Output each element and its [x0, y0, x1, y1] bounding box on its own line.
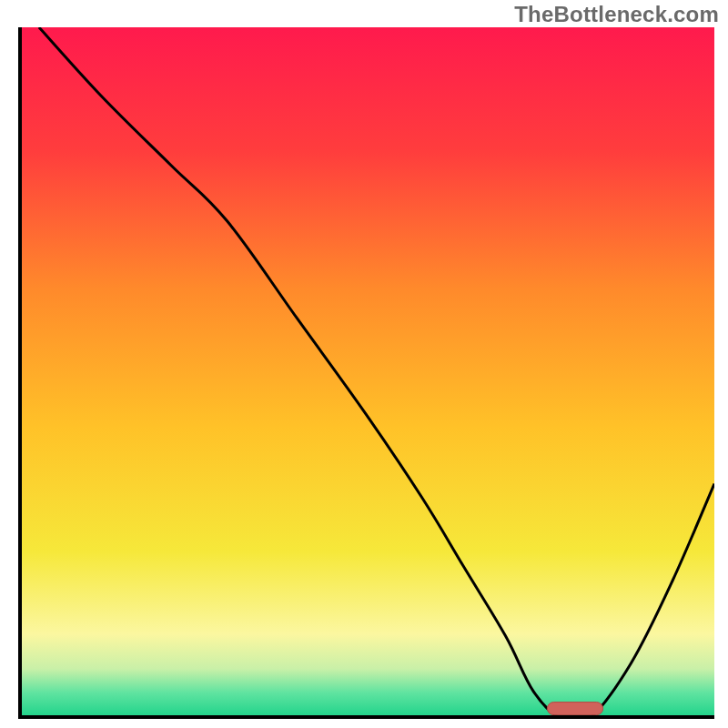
watermark-text: TheBottleneck.com	[514, 2, 719, 27]
gradient-background	[20, 27, 714, 717]
plot-area	[18, 27, 714, 719]
chart-stage: TheBottleneck.com	[0, 0, 728, 728]
optimum-marker	[547, 703, 602, 715]
chart-svg	[18, 27, 714, 719]
